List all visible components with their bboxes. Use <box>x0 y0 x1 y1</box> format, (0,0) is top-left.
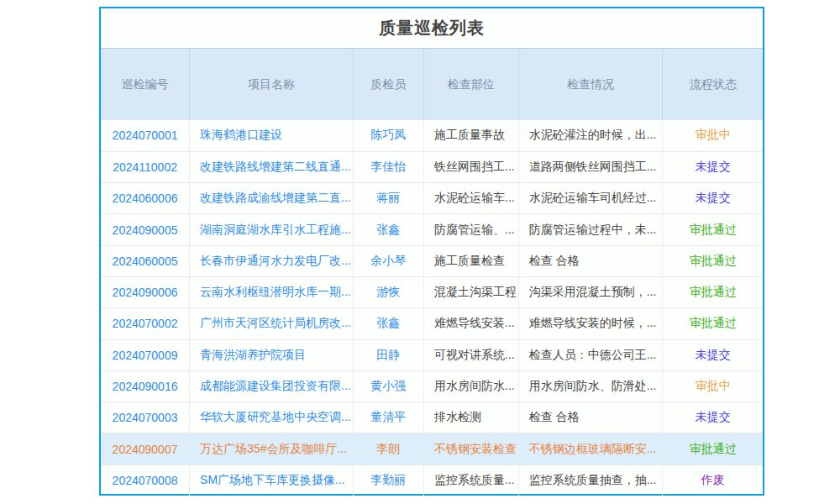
inspector-cell: 张鑫 <box>353 214 423 245</box>
column-header-process-status: 流程状态 <box>663 49 763 121</box>
project-name-cell: 长春市伊通河水力发电厂改... <box>190 245 354 276</box>
inspector-cell: 李佳怡 <box>353 151 423 182</box>
inspection-id-cell: 2024070009 <box>101 339 190 370</box>
column-header-inspection-situation: 检查情况 <box>518 49 663 121</box>
status-badge: 审批中 <box>663 120 763 151</box>
inspection-part-cell: 施工质量事故 <box>424 120 519 151</box>
inspection-id-cell: 2024090005 <box>101 214 190 245</box>
column-header-project-name: 项目名称 <box>190 49 354 121</box>
status-badge: 审批中 <box>663 370 763 402</box>
inspector-cell: 李勤丽 <box>353 465 423 496</box>
inspection-id-cell: 2024060006 <box>101 183 190 214</box>
inspector-cell: 余小琴 <box>353 245 423 276</box>
table-row[interactable]: 2024060005长春市伊通河水力发电厂改...余小琴施工质量检查检查 合格审… <box>101 245 763 276</box>
inspection-id-cell: 2024110002 <box>101 151 190 182</box>
column-header-inspection-id: 巡检编号 <box>101 49 190 121</box>
inspector-cell: 李朗 <box>353 433 423 465</box>
inspection-id-cell: 2024070001 <box>101 120 190 151</box>
inspection-part-cell: 难燃导线安装... <box>424 308 519 339</box>
inspection-part-cell: 混凝土沟渠工程 <box>424 276 519 307</box>
inspection-situation-cell: 道路两侧铁丝网围挡工... <box>518 151 663 182</box>
inspector-cell: 蒋丽 <box>353 183 423 214</box>
quality-inspection-panel: 质量巡检列表 巡检编号 项目名称 质检员 检查部位 检查情况 流程状态 2024… <box>99 7 764 496</box>
project-name-cell: 广州市天河区统计局机房改... <box>190 308 354 339</box>
inspection-part-cell: 水泥砼运输车... <box>424 183 519 214</box>
inspection-table: 巡检编号 项目名称 质检员 检查部位 检查情况 流程状态 2024070001珠… <box>101 48 763 496</box>
table-row[interactable]: 2024070001珠海鹤港口建设陈巧凤施工质量事故水泥砼灌注的时候，出...审… <box>101 120 763 151</box>
inspection-situation-cell: 难燃导线安装的时候，... <box>518 308 663 339</box>
project-name-cell: 青海洪湖养护院项目 <box>190 339 354 370</box>
project-name-cell: 华软大厦研究基地中央空调... <box>190 402 354 433</box>
inspection-id-cell: 2024070002 <box>101 308 190 339</box>
project-name-cell: 云南水利枢纽潜明水库一期... <box>190 276 354 307</box>
inspection-part-cell: 监控系统质量... <box>424 465 519 496</box>
inspector-cell: 陈巧凤 <box>353 120 423 151</box>
inspection-situation-cell: 检查 合格 <box>518 245 663 276</box>
inspection-id-cell: 2024090016 <box>101 370 190 402</box>
inspection-situation-cell: 用水房间防水、防滑处... <box>518 370 663 402</box>
table-row[interactable]: 2024090005湖南洞庭湖水库引水工程施...张鑫防腐管运输、...防腐管运… <box>101 214 763 245</box>
inspection-situation-cell: 沟渠采用混凝土预制，... <box>518 276 663 307</box>
column-header-inspection-part: 检查部位 <box>424 49 519 121</box>
inspection-situation-cell: 水泥砼灌注的时候，出... <box>518 120 663 151</box>
project-name-cell: 改建铁路成渝线增建第二直... <box>190 183 354 214</box>
table-row[interactable]: 2024060006改建铁路成渝线增建第二直...蒋丽水泥砼运输车...水泥砼运… <box>101 183 763 214</box>
inspection-part-cell: 防腐管运输、... <box>424 214 519 245</box>
inspection-part-cell: 不锈钢安装检查 <box>424 433 519 465</box>
status-badge: 审批通过 <box>663 433 763 465</box>
status-badge: 审批通过 <box>663 214 763 245</box>
inspection-part-cell: 施工质量检查 <box>424 245 519 276</box>
project-name-cell: 万达广场35#会所及咖啡厅... <box>190 433 354 465</box>
page-title: 质量巡检列表 <box>379 17 485 39</box>
inspection-part-cell: 用水房间防水... <box>424 370 519 402</box>
inspection-id-cell: 2024090006 <box>101 276 190 307</box>
inspection-situation-cell: 防腐管运输过程中，未... <box>518 214 663 245</box>
inspection-part-cell: 排水检测 <box>424 402 519 433</box>
status-badge: 未提交 <box>663 183 763 214</box>
inspector-cell: 黄小强 <box>353 370 423 402</box>
panel-title-bar: 质量巡检列表 <box>101 8 763 48</box>
table-row[interactable]: 2024070002广州市天河区统计局机房改...张鑫难燃导线安装...难燃导线… <box>101 308 763 339</box>
inspection-situation-cell: 水泥砼运输车司机经过... <box>518 183 663 214</box>
inspector-cell: 董清平 <box>353 402 423 433</box>
inspection-table-header: 巡检编号 项目名称 质检员 检查部位 检查情况 流程状态 <box>101 49 763 121</box>
inspection-part-cell: 可视对讲系统... <box>424 339 519 370</box>
status-badge: 未提交 <box>663 151 763 182</box>
project-name-cell: 珠海鹤港口建设 <box>190 120 354 151</box>
table-row[interactable]: 2024070008SM广场地下车库更换摄像...李勤丽监控系统质量...监控系… <box>101 465 763 496</box>
inspection-situation-cell: 检查人员：中德公司王... <box>518 339 663 370</box>
project-name-cell: SM广场地下车库更换摄像... <box>190 465 354 496</box>
inspection-situation-cell: 监控系统质量抽查，抽... <box>518 465 663 496</box>
inspector-cell: 张鑫 <box>353 308 423 339</box>
project-name-cell: 湖南洞庭湖水库引水工程施... <box>190 214 354 245</box>
status-badge: 审批通过 <box>663 276 763 307</box>
table-row[interactable]: 2024090016成都能源建设集团投资有限...黄小强用水房间防水...用水房… <box>101 370 763 402</box>
inspection-situation-cell: 不锈钢边框玻璃隔断安... <box>518 433 663 465</box>
status-badge: 未提交 <box>663 402 763 433</box>
table-row[interactable]: 2024110002改建铁路线增建第二线直通...李佳怡铁丝网围挡工...道路两… <box>101 151 763 182</box>
table-row[interactable]: 2024090006云南水利枢纽潜明水库一期...游恢混凝土沟渠工程沟渠采用混凝… <box>101 276 763 307</box>
inspection-table-body: 2024070001珠海鹤港口建设陈巧凤施工质量事故水泥砼灌注的时候，出...审… <box>101 120 763 496</box>
column-header-inspector: 质检员 <box>353 49 423 121</box>
status-badge: 审批通过 <box>663 245 763 276</box>
project-name-cell: 成都能源建设集团投资有限... <box>190 370 354 402</box>
status-badge: 作废 <box>663 465 763 496</box>
inspection-id-cell: 2024090007 <box>101 433 190 465</box>
inspector-cell: 田静 <box>353 339 423 370</box>
inspector-cell: 游恢 <box>353 276 423 307</box>
inspection-part-cell: 铁丝网围挡工... <box>424 151 519 182</box>
inspection-id-cell: 2024070003 <box>101 402 190 433</box>
inspection-id-cell: 2024060005 <box>101 245 190 276</box>
project-name-cell: 改建铁路线增建第二线直通... <box>190 151 354 182</box>
table-row[interactable]: 2024070003华软大厦研究基地中央空调...董清平排水检测检查 合格未提交 <box>101 402 763 433</box>
table-row[interactable]: 2024090007万达广场35#会所及咖啡厅...李朗不锈钢安装检查不锈钢边框… <box>101 433 763 465</box>
status-badge: 未提交 <box>663 339 763 370</box>
inspection-id-cell: 2024070008 <box>101 465 190 496</box>
table-row[interactable]: 2024070009青海洪湖养护院项目田静可视对讲系统...检查人员：中德公司王… <box>101 339 763 370</box>
status-badge: 审批通过 <box>663 308 763 339</box>
inspection-situation-cell: 检查 合格 <box>518 402 663 433</box>
